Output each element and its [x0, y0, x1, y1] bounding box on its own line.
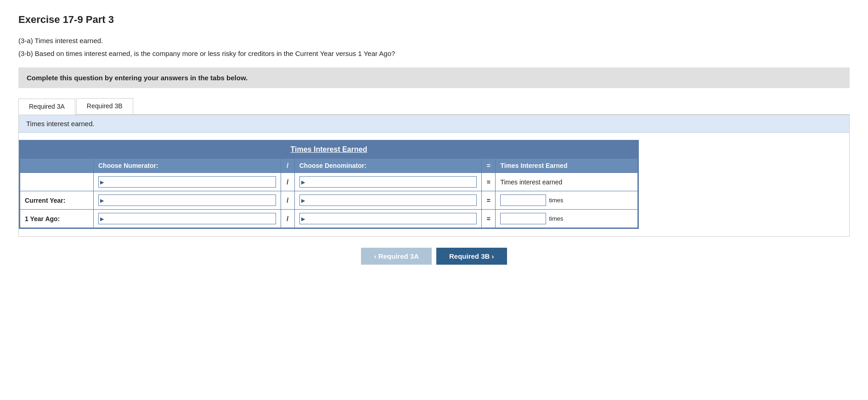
- table-row: 1 Year Ago: ▶ / ▶: [20, 210, 638, 228]
- row1-numerator-wrapper: ▶: [98, 194, 276, 206]
- row0-result-label: Times interest earned: [496, 173, 638, 191]
- row2-result-cell: times: [496, 210, 638, 228]
- table-title: Times Interest Earned: [20, 141, 638, 158]
- row1-result-cell: times: [496, 191, 638, 210]
- page-title: Exercise 17-9 Part 3: [18, 14, 850, 26]
- tab-bar: Required 3A Required 3B: [18, 98, 850, 115]
- col-label-header: [20, 159, 94, 173]
- row2-numerator-cell: ▶: [94, 210, 281, 228]
- col-numerator-header: Choose Numerator:: [94, 159, 281, 173]
- tab-required-3a[interactable]: Required 3A: [18, 99, 75, 115]
- row1-divider: /: [281, 191, 294, 210]
- col-divider-header: /: [281, 159, 294, 173]
- row0-denominator-select[interactable]: [299, 176, 477, 188]
- instruction-box: Complete this question by entering your …: [18, 67, 850, 88]
- row0-label: [20, 173, 94, 191]
- col-result-header: Times Interest Earned: [496, 159, 638, 173]
- row1-denominator-wrapper: ▶: [299, 194, 477, 206]
- row1-result-input[interactable]: [500, 194, 546, 206]
- row1-numerator-select[interactable]: [98, 194, 276, 206]
- prev-button[interactable]: ‹ Required 3A: [361, 248, 432, 265]
- calc-table: Choose Numerator: / Choose Denominator: …: [20, 158, 638, 228]
- row2-label: 1 Year Ago:: [20, 210, 94, 228]
- col-denominator-header: Choose Denominator:: [294, 159, 482, 173]
- prev-arrow-icon: ‹: [374, 252, 376, 260]
- row1-unit-label: times: [549, 197, 563, 204]
- tab-required-3b[interactable]: Required 3B: [76, 98, 133, 114]
- next-button-label: Required 3B: [449, 252, 490, 260]
- intro-3b: (3-b) Based on times interest earned, is…: [18, 48, 850, 60]
- col-equals-header: =: [482, 159, 496, 173]
- row0-divider: /: [281, 173, 294, 191]
- row2-result-wrapper: times: [500, 213, 633, 224]
- row0-numerator-wrapper: ▶: [98, 176, 276, 188]
- row2-numerator-select[interactable]: [98, 213, 276, 224]
- table-header-row: Choose Numerator: / Choose Denominator: …: [20, 159, 638, 173]
- row0-denominator-cell: ▶: [294, 173, 482, 191]
- row0-equals: =: [482, 173, 496, 191]
- intro-section: (3-a) Times interest earned. (3-b) Based…: [18, 35, 850, 59]
- intro-3a: (3-a) Times interest earned.: [18, 35, 850, 47]
- prev-button-label: Required 3A: [378, 252, 419, 260]
- table-row: ▶ / ▶: [20, 173, 638, 191]
- row2-unit-label: times: [549, 215, 563, 222]
- row0-denominator-wrapper: ▶: [299, 176, 477, 188]
- row2-numerator-wrapper: ▶: [98, 213, 276, 224]
- times-interest-table-wrapper: Times Interest Earned Choose Numerator: …: [19, 140, 639, 229]
- row1-equals: =: [482, 191, 496, 210]
- row2-denominator-select[interactable]: [299, 213, 477, 224]
- row0-numerator-select[interactable]: [98, 176, 276, 188]
- nav-buttons: ‹ Required 3A Required 3B ›: [18, 248, 850, 265]
- table-row: Current Year: ▶ / ▶: [20, 191, 638, 210]
- row1-denominator-cell: ▶: [294, 191, 482, 210]
- row2-divider: /: [281, 210, 294, 228]
- row1-numerator-cell: ▶: [94, 191, 281, 210]
- next-arrow-icon: ›: [492, 252, 494, 260]
- tab-content-panel: Times interest earned. Times Interest Ea…: [18, 115, 850, 237]
- row2-denominator-wrapper: ▶: [299, 213, 477, 224]
- row0-numerator-cell: ▶: [94, 173, 281, 191]
- row1-label: Current Year:: [20, 191, 94, 210]
- row2-result-input[interactable]: [500, 213, 546, 224]
- row2-equals: =: [482, 210, 496, 228]
- row1-result-wrapper: times: [500, 194, 633, 206]
- tab-content-label: Times interest earned.: [19, 115, 849, 133]
- next-button[interactable]: Required 3B ›: [436, 248, 507, 265]
- row1-denominator-select[interactable]: [299, 194, 477, 206]
- row2-denominator-cell: ▶: [294, 210, 482, 228]
